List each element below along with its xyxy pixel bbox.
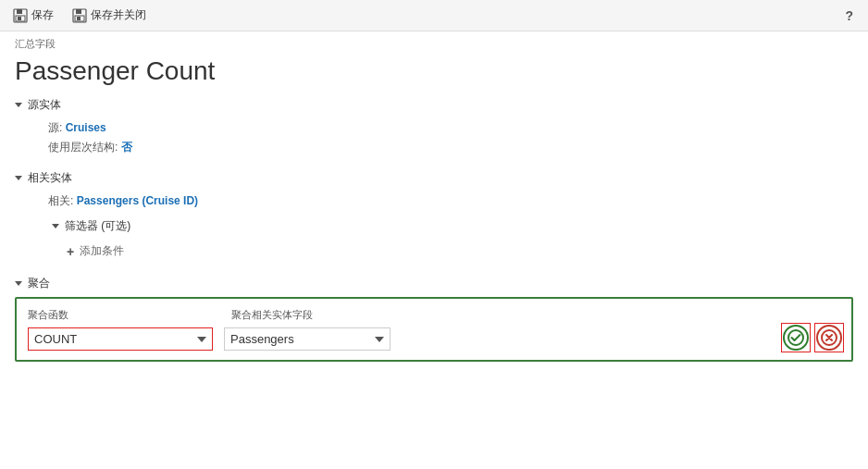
confirm-btn-wrapper — [781, 323, 811, 352]
hierarchy-property: 使用层次结构: 否 — [33, 138, 853, 157]
aggregation-header: 聚合 — [15, 276, 853, 291]
save-close-button[interactable]: 保存并关闭 — [68, 6, 150, 25]
save-button[interactable]: 保存 — [9, 6, 57, 25]
source-entity-header: 源实体 — [15, 97, 853, 113]
svg-rect-7 — [77, 17, 81, 20]
related-entity-body: 相关: Passengers (Cruise ID) 筛选器 (可选) + 添加… — [15, 191, 853, 263]
svg-rect-1 — [17, 9, 22, 14]
aggregation-box: 聚合函数 聚合相关实体字段 COUNT SUM AVG MIN MAX Pass… — [15, 297, 853, 362]
collapse-agg-icon[interactable] — [15, 281, 22, 286]
x-icon — [821, 329, 837, 346]
page-title: Passenger Count — [0, 53, 868, 97]
collapse-filter-icon[interactable] — [52, 224, 59, 228]
add-condition-row[interactable]: + 添加条件 — [33, 240, 853, 263]
confirm-button[interactable] — [783, 325, 809, 351]
cancel-button[interactable] — [816, 325, 842, 351]
agg-action-buttons — [781, 323, 844, 352]
collapse-icon[interactable] — [15, 103, 22, 107]
save-close-label: 保存并关闭 — [91, 7, 146, 23]
save-close-icon — [72, 8, 87, 23]
related-entity-header: 相关实体 — [15, 170, 853, 186]
aggregation-field-select[interactable]: Passengers — [224, 327, 391, 351]
toolbar: 保存 保存并关闭 ? — [0, 0, 868, 31]
breadcrumb: 汇总字段 — [0, 31, 868, 53]
source-property: 源: Cruises — [33, 118, 853, 138]
filter-header: 筛选器 (可选) — [33, 218, 853, 234]
agg-inputs: COUNT SUM AVG MIN MAX Passengers — [28, 327, 840, 351]
plus-icon: + — [67, 244, 74, 259]
main-content: 源实体 源: Cruises 使用层次结构: 否 相关实体 相关: — [0, 97, 868, 469]
filter-section: 筛选器 (可选) + 添加条件 — [33, 218, 853, 263]
agg-headers: 聚合函数 聚合相关实体字段 — [28, 308, 840, 322]
source-entity-section: 源实体 源: Cruises 使用层次结构: 否 — [15, 97, 853, 157]
checkmark-icon — [787, 329, 804, 346]
related-property: 相关: Passengers (Cruise ID) — [33, 191, 853, 211]
collapse-related-icon[interactable] — [15, 176, 22, 180]
cancel-btn-wrapper — [814, 323, 844, 352]
aggregation-func-select[interactable]: COUNT SUM AVG MIN MAX — [28, 327, 213, 351]
svg-rect-3 — [18, 17, 21, 20]
source-entity-body: 源: Cruises 使用层次结构: 否 — [15, 118, 853, 157]
aggregation-section: 聚合 聚合函数 聚合相关实体字段 COUNT SUM AVG MIN MAX P… — [15, 276, 853, 362]
related-entity-section: 相关实体 相关: Passengers (Cruise ID) 筛选器 (可选)… — [15, 170, 853, 263]
save-icon — [13, 8, 28, 23]
save-label: 保存 — [31, 7, 54, 23]
svg-rect-5 — [76, 9, 81, 14]
help-button[interactable]: ? — [839, 6, 859, 25]
svg-point-8 — [788, 330, 803, 345]
